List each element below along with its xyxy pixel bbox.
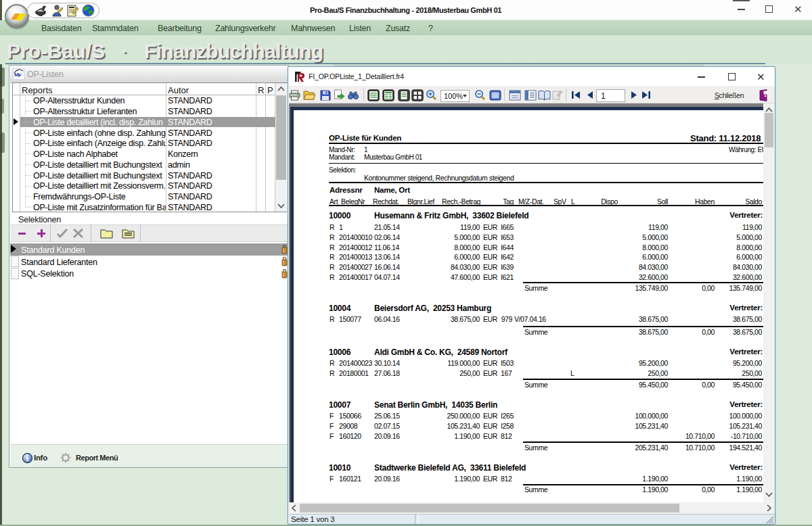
- svg-text:F: F: [18, 72, 22, 78]
